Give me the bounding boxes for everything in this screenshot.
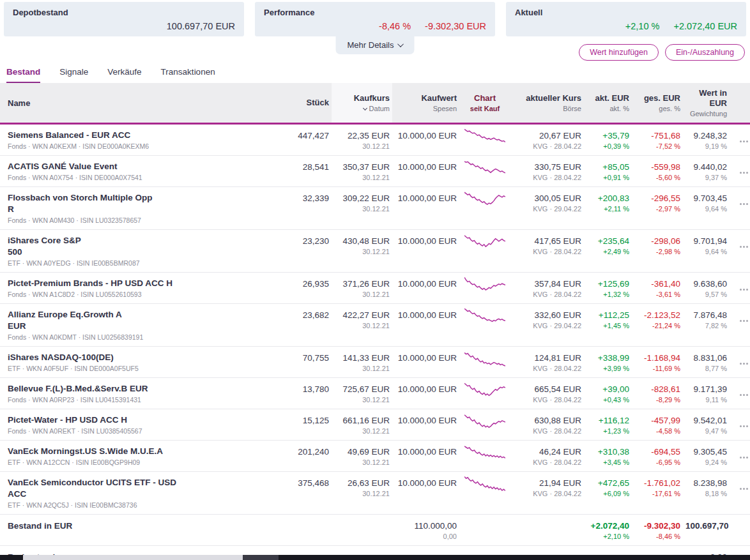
col-ges-eur[interactable]: ges. EUR [634,93,680,103]
kauf-datum: 30.12.21 [334,427,390,436]
table-body: Siemens Balanced - EUR ACC Fonds · WKN A… [0,125,750,515]
ges-eur-value: -751,68 [651,131,680,140]
tab-transaktionen[interactable]: Transaktionen [161,67,215,83]
deposit-withdraw-button[interactable]: Ein-/Auszahlung [665,44,745,61]
table-row[interactable]: iShares Core S&P 500 ETF · WKN A0YEDG · … [0,230,750,273]
gewichtung-value: 9,64 % [685,204,727,214]
tab-bestand[interactable]: Bestand [6,67,40,83]
sparkline-chart[interactable] [464,411,505,433]
fund-name-link[interactable]: Siemens Balanced - EUR ACC [8,130,275,141]
table-row[interactable]: Bellevue F.(L)-B.Med.&Serv.B EUR Fonds ·… [0,378,750,409]
sparkline-chart[interactable] [464,349,505,370]
row-menu-icon[interactable] [740,140,748,142]
row-menu-icon[interactable] [740,457,748,458]
col-kaufkurs[interactable]: Kaufkurs [334,93,390,103]
fund-name-link[interactable]: Allianz Europe Eq.Growth A [8,309,275,321]
table-row[interactable]: Flossbach von Storch Multiple Opp R Fond… [0,187,750,230]
chevron-down-icon [397,41,404,47]
row-menu-icon[interactable] [740,363,748,365]
tab-verkaeufe[interactable]: Verkäufe [107,67,141,83]
wert-value: 9.638,60 [693,279,727,289]
col-kurs[interactable]: aktueller Kurs [513,93,581,103]
kurs-meta: KVG · 28.04.22 [513,395,581,405]
ges-pct-value: -3,61 % [634,290,680,299]
table-row[interactable]: Pictet-Water - HP USD ACC H Fonds · WKN … [0,409,750,441]
col-kaufwert[interactable]: Kaufwert [395,93,457,103]
fund-name-link[interactable]: Pictet-Premium Brands - HP USD ACC H [8,278,275,289]
table-row[interactable]: ACATIS GANÉ Value Event Fonds · WKN A0X7… [0,156,750,187]
col-kaufwert-sub: Spesen [395,104,457,113]
total-ges-eur: -9.302,30 [644,521,680,531]
col-kaufkurs-sub[interactable]: Datum [369,105,390,112]
sparkline-chart[interactable] [464,443,505,464]
table-row[interactable]: Siemens Balanced - EUR ACC Fonds · WKN A… [0,125,750,156]
sparkline-chart[interactable] [464,474,505,496]
row-menu-icon[interactable] [740,203,748,205]
akt-pct-value: +2,11 % [586,204,629,214]
fund-name-link[interactable]: iShares NASDAQ-100(DE) [8,352,275,363]
more-details-button[interactable]: Mehr Details [336,36,415,54]
col-wert[interactable]: Wert in EUR [685,88,727,109]
table-row[interactable]: iShares NASDAQ-100(DE) ETF · WKN A0F5UF … [0,347,750,378]
wert-value: 9.248,32 [693,131,727,140]
fund-name-link[interactable]: iShares Core S&P [8,235,275,246]
fund-name-line2: EUR [8,321,275,332]
wert-value: 9.542,01 [693,416,727,425]
row-menu-icon[interactable] [740,289,748,291]
row-menu-icon[interactable] [740,246,748,248]
tab-bar: Bestand Signale Verkäufe Transaktionen [0,63,750,83]
fund-name-link[interactable]: VanEck Morningst.US S.Wide M.U.E.A [8,446,275,457]
kaufkurs-value: 725,67 EUR [342,384,390,394]
gewichtung-value: 9,11 % [685,395,727,405]
col-stueck[interactable]: Stück [280,98,329,108]
kaufkurs-value: 350,37 EUR [342,162,390,172]
row-menu-icon[interactable] [740,394,748,396]
row-menu-icon[interactable] [740,488,748,490]
kauf-datum: 30.12.21 [334,173,390,183]
fund-meta: Fonds · WKN A0REKT · ISIN LU0385405567 [8,427,275,436]
gewichtung-value: 8,18 % [685,489,727,499]
aktueller-kurs-value: 20,67 EUR [539,131,581,140]
horizontal-scrollbar[interactable] [0,555,750,560]
fund-name-link[interactable]: Bellevue F.(L)-B.Med.&Serv.B EUR [8,383,275,395]
ges-eur-value: -2.123,52 [644,310,680,320]
kaufkurs-value: 422,27 EUR [342,310,390,320]
fund-name-link[interactable]: Flossbach von Storch Multiple Opp [8,192,275,204]
fund-name-link[interactable]: Pictet-Water - HP USD ACC H [8,414,275,426]
col-name[interactable]: Name [8,98,275,109]
fund-name-link[interactable]: ACATIS GANÉ Value Event [8,161,275,172]
fund-name-link[interactable]: VanEck Semiconductor UCITS ETF - USD [8,477,275,488]
aktueller-kurs-value: 124,81 EUR [534,353,581,363]
depotbestand-label: Depotbestand [13,8,235,17]
fund-name-line2: 500 [8,246,275,258]
col-chart[interactable]: Chart [462,93,508,103]
performance-label: Performance [264,8,486,17]
row-menu-icon[interactable] [740,320,748,322]
sparkline-chart[interactable] [464,306,505,328]
col-wert-sub: Gewichtung [685,109,727,118]
sparkline-chart[interactable] [464,189,505,211]
sparkline-chart[interactable] [464,232,505,254]
sparkline-chart[interactable] [464,126,505,148]
sort-chevron-icon[interactable] [363,106,367,110]
ges-eur-value: -296,55 [651,193,680,203]
kurs-meta: KVG · 29.04.22 [513,321,581,331]
row-menu-icon[interactable] [740,425,748,427]
kaufwert-value: 10.000,00 EUR [398,478,457,488]
tab-signale[interactable]: Signale [59,67,88,83]
table-row[interactable]: VanEck Morningst.US S.Wide M.U.E.A ETF ·… [0,441,750,472]
gewichtung-value: 9,37 % [685,173,727,183]
sparkline-chart[interactable] [464,380,505,402]
add-value-button[interactable]: Wert hinzufügen [579,44,659,61]
row-menu-icon[interactable] [740,172,748,174]
table-row[interactable]: Pictet-Premium Brands - HP USD ACC H Fon… [0,273,750,304]
sparkline-chart[interactable] [464,158,505,179]
aktuell-card: Aktuell +2,10 % +2.072,40 EUR [506,2,746,36]
col-akt-eur[interactable]: akt. EUR [586,93,629,103]
table-row[interactable]: Allianz Europe Eq.Growth A EUR Fonds · W… [0,304,750,347]
ges-pct-value: -17,61 % [634,489,680,499]
fund-meta: Fonds · WKN A0M430 · ISIN LU0323578657 [8,216,275,225]
table-row[interactable]: VanEck Semiconductor UCITS ETF - USD ACC… [0,472,750,515]
sparkline-chart[interactable] [464,275,505,296]
scrollbar-thumb[interactable] [23,555,243,560]
